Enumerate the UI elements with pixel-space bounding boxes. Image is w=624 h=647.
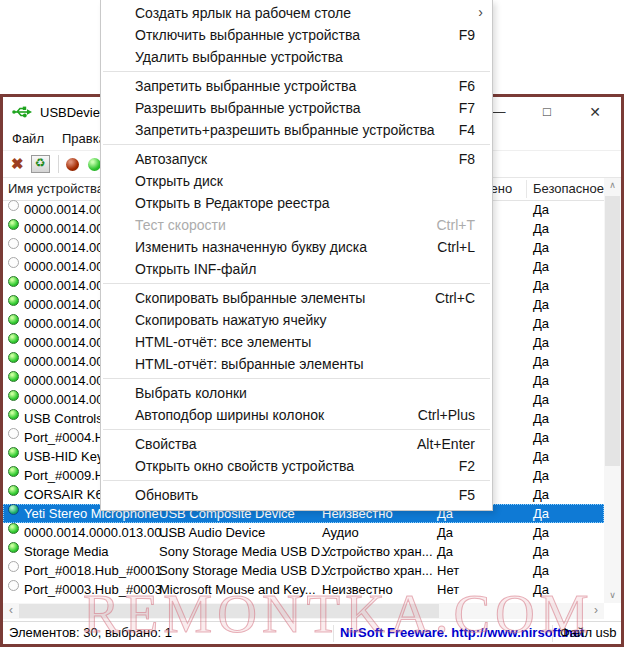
context-menu-item[interactable]: Запретить выбранные устройства F6	[101, 75, 492, 97]
cell-safe-removal: Да	[533, 333, 549, 352]
context-menu-item-label: Открыть в Редакторе реестра	[135, 195, 329, 211]
context-menu-item-shortcut: F6	[459, 75, 475, 97]
device-status-icon	[8, 409, 19, 420]
device-status-icon	[8, 257, 19, 268]
device-status-icon	[8, 314, 19, 325]
cell-safe-removal: Да	[533, 371, 549, 390]
toolbar-separator	[58, 155, 59, 173]
context-menu-item-shortcut: F4	[459, 119, 475, 141]
cell-safe-removal: Да	[533, 447, 549, 466]
cell-connected: Да	[437, 523, 453, 542]
uninstall-recycle-icon[interactable]: ♻	[31, 155, 50, 173]
scroll-right-icon[interactable]: ›	[589, 603, 603, 619]
menu-separator	[103, 283, 490, 284]
context-menu-item-label: Тест скорости	[135, 217, 226, 233]
context-menu-item-label: Создать ярлык на рабочем столе	[135, 5, 351, 21]
context-menu-item[interactable]: Выбрать колонки	[101, 382, 492, 404]
context-menu-item-label: Изменить назначенную букву диска	[135, 239, 367, 255]
horizontal-scrollbar-thumb[interactable]	[19, 604, 439, 618]
cell-safe-removal: Да	[533, 257, 549, 276]
cell-connected: Нет	[437, 580, 459, 599]
menu-separator	[103, 71, 490, 72]
device-status-icon	[8, 276, 19, 287]
context-menu-item[interactable]: HTML-отчёт: выбранные элементы	[101, 353, 492, 375]
cell-device-name: Port_#0018.Hub_#0001	[24, 561, 162, 580]
disconnect-device-icon[interactable]: ✖	[11, 155, 24, 173]
context-menu-item[interactable]: Открыть INF-файл	[101, 258, 492, 280]
context-menu-item[interactable]: Открыть диск	[101, 170, 492, 192]
cell-safe-removal: Да	[533, 314, 549, 333]
cell-description: USB Audio Device	[159, 523, 265, 542]
device-status-icon	[8, 466, 19, 477]
context-menu-item[interactable]: Разрешить выбранные устройства F7	[101, 97, 492, 119]
context-menu-item[interactable]: Создать ярлык на рабочем столе ›	[101, 2, 492, 24]
scroll-up-icon[interactable]: ∧	[604, 178, 621, 193]
cell-safe-removal: Да	[533, 219, 549, 238]
context-menu-item-label: HTML-отчёт: выбранные элементы	[135, 356, 364, 372]
cell-safe-removal: Да	[533, 409, 549, 428]
context-menu-item[interactable]: Удалить выбранные устройства	[101, 46, 492, 68]
context-menu-item[interactable]: HTML-отчёт: все элементы	[101, 331, 492, 353]
context-menu-item-label: Скопировать выбранные элементы	[135, 290, 365, 306]
context-menu-item[interactable]: Свойства Alt+Enter	[101, 433, 492, 455]
cell-device-name: Storage Media	[24, 542, 109, 561]
context-menu-item[interactable]: Автоподбор ширины колонок Ctrl+Plus	[101, 404, 492, 426]
horizontal-scrollbar[interactable]: ‹ ›	[3, 603, 604, 619]
maximize-button[interactable]: □	[523, 97, 571, 127]
context-menu-item-label: Свойства	[135, 436, 196, 452]
cell-safe-removal: Да	[533, 523, 549, 542]
context-menu-item[interactable]: Изменить назначенную букву диска Ctrl+L	[101, 236, 492, 258]
context-menu-item[interactable]: Тест скорости Ctrl+T	[101, 214, 492, 236]
table-row[interactable]: Port_#0018.Hub_#0001 Sony Storage Media …	[3, 561, 604, 580]
cell-safe-removal: Да	[533, 276, 549, 295]
disable-device-icon[interactable]	[66, 158, 79, 171]
device-status-icon	[8, 504, 19, 515]
context-menu-item[interactable]: Открыть в Редакторе реестра	[101, 192, 492, 214]
context-menu-item-shortcut: Ctrl+Plus	[418, 404, 475, 426]
cell-connected: Нет	[437, 561, 459, 580]
close-button[interactable]: ✕	[571, 97, 619, 127]
cell-device-name: USB-HID Keyb	[24, 447, 111, 466]
scroll-down-icon[interactable]: ∨	[604, 588, 621, 603]
cell-device-type: Неизвестно	[322, 580, 393, 599]
context-menu-item[interactable]: Запретить+разрешить выбранные устройства…	[101, 119, 492, 141]
context-menu-item[interactable]: Открыть окно свойств устройства F2	[101, 455, 492, 477]
menu-file[interactable]: Файл	[3, 127, 53, 150]
context-menu-item[interactable]: Скопировать нажатую ячейку	[101, 309, 492, 331]
cell-device-name: USB Controls	[24, 409, 103, 428]
context-menu-item-label: Запретить выбранные устройства	[135, 78, 356, 94]
scroll-left-icon[interactable]: ‹	[4, 603, 18, 619]
context-menu-item[interactable]: Автозапуск F8	[101, 148, 492, 170]
column-header-device-name[interactable]: Имя устройства	[8, 178, 104, 200]
device-status-icon	[8, 295, 19, 306]
table-row[interactable]: 0000.0014.0000.013.00... USB Audio Devic…	[3, 523, 604, 542]
nirsoft-link[interactable]: NirSoft Freeware. http://www.nirsoft.net	[340, 622, 584, 644]
status-divider	[552, 625, 553, 642]
device-status-icon	[8, 542, 19, 553]
device-status-icon	[8, 219, 19, 230]
enable-device-icon[interactable]	[88, 158, 101, 171]
menu-separator	[103, 429, 490, 430]
cell-safe-removal: Да	[533, 200, 549, 219]
cell-safe-removal: Да	[533, 542, 549, 561]
usb-logo-icon	[11, 104, 33, 120]
context-menu-item[interactable]: Обновить F5	[101, 484, 492, 506]
menu-separator	[103, 378, 490, 379]
context-menu-item-label: Скопировать нажатую ячейку	[135, 312, 327, 328]
table-row[interactable]: Port_#0003.Hub_#0003 Microsoft Mouse and…	[3, 580, 604, 599]
menu-separator	[103, 144, 490, 145]
cell-safe-removal: Да	[533, 504, 549, 523]
vertical-scrollbar-thumb[interactable]	[605, 196, 620, 466]
context-menu-item-shortcut: F2	[459, 455, 475, 477]
context-menu-item[interactable]: Отключить выбранные устройства F9	[101, 24, 492, 46]
context-menu-item-label: Обновить	[135, 487, 198, 503]
context-menu-item[interactable]: Скопировать выбранные элементы Ctrl+C	[101, 287, 492, 309]
context-menu-item-label: HTML-отчёт: все элементы	[135, 334, 311, 350]
context-menu-item-label: Разрешить выбранные устройства	[135, 100, 361, 116]
table-row[interactable]: Storage Media Sony Storage Media USB D..…	[3, 542, 604, 561]
submenu-arrow-icon: ›	[478, 1, 483, 23]
cell-safe-removal: Да	[533, 485, 549, 504]
cell-safe-removal: Да	[533, 561, 549, 580]
vertical-scrollbar[interactable]: ∧ ∨	[604, 178, 621, 603]
cell-safe-removal: Да	[533, 580, 549, 599]
